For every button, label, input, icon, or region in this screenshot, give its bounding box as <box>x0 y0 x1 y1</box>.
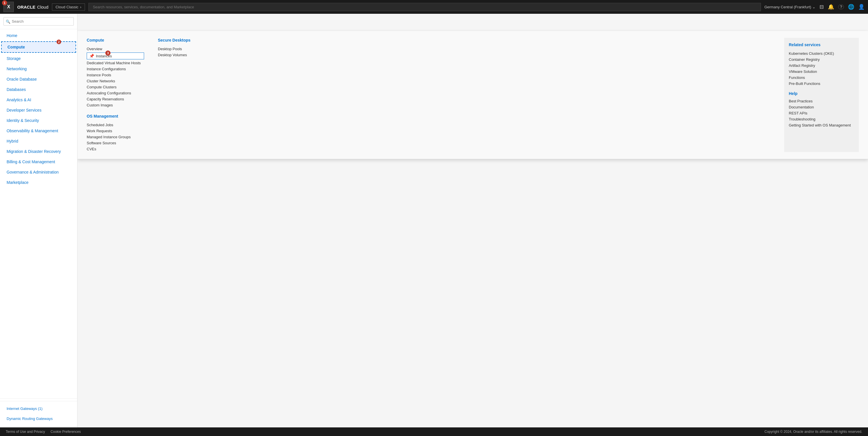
sidebar-item-migration[interactable]: Migration & Disaster Recovery <box>0 146 77 157</box>
dropdown-link-instance-configs[interactable]: Instance Configurations <box>87 66 144 72</box>
sidebar-item-networking[interactable]: Networking <box>0 64 77 74</box>
sidebar-item-databases[interactable]: Databases <box>0 84 77 95</box>
instances-badge: 3 <box>105 51 111 56</box>
copyright-text: Copyright © 2024, Oracle and/or its affi… <box>764 430 862 434</box>
sidebar-item-oracle-database[interactable]: Oracle Database <box>0 74 77 84</box>
monitor-icon[interactable]: ⊟ <box>819 4 824 10</box>
top-navigation: X 1 ORACLE Cloud Cloud Classic › Germany… <box>0 0 868 14</box>
topnav-right: Germany Central (Frankfurt) ⌄ ⊟ 🔔 ? 🌐 👤 <box>764 4 865 10</box>
sidebar-item-dynamic-routing[interactable]: Dynamic Routing Gateways <box>0 414 77 424</box>
related-link-oke[interactable]: Kubernetes Clusters (OKE) <box>789 51 854 57</box>
sidebar-search-container: 🔍 <box>0 14 77 29</box>
help-link-best-practices[interactable]: Best Practices <box>789 98 854 104</box>
dropdown-link-autoscaling[interactable]: Autoscaling Configurations <box>87 90 144 96</box>
sidebar-item-marketplace[interactable]: Marketplace <box>0 177 77 188</box>
compute-badge-2: 2 <box>57 40 61 44</box>
sidebar-item-identity-security[interactable]: Identity & Security <box>0 115 77 126</box>
pin-icon: 📌 <box>89 54 94 58</box>
sidebar-item-storage[interactable]: Storage <box>0 53 77 64</box>
sidebar-item-compute[interactable]: Compute 2 <box>1 41 76 53</box>
content-area: ⚙ Compute Default Route Table for HUB-VC… <box>78 14 868 436</box>
dropdown-link-overview[interactable]: Overview <box>87 46 144 52</box>
related-link-vmware[interactable]: VMware Solution <box>789 69 854 75</box>
global-search-input[interactable] <box>88 3 761 11</box>
compute-section-title: Compute <box>87 38 144 42</box>
dropdown-link-compute-clusters[interactable]: Compute Clusters <box>87 84 144 90</box>
related-link-functions[interactable]: Functions <box>789 75 854 80</box>
bell-icon[interactable]: 🔔 <box>828 4 834 10</box>
close-icon: X <box>7 4 10 9</box>
compute-dropdown-col: Compute Overview 📌 Instances 3 Dedicated… <box>87 38 144 152</box>
globe-icon[interactable]: 🌐 <box>848 4 854 10</box>
dropdown-link-desktop-pools[interactable]: Desktop Pools <box>158 46 215 52</box>
dropdown-link-instances[interactable]: 📌 Instances 3 <box>87 53 144 59</box>
cloud-classic-button[interactable]: Cloud Classic › <box>52 3 85 11</box>
help-section-title: Help <box>789 91 854 96</box>
dropdown-link-cluster-networks[interactable]: Cluster Networks <box>87 78 144 84</box>
sidebar-item-observability[interactable]: Observability & Management <box>0 126 77 136</box>
secure-desktops-dropdown-col: Secure Desktops Desktop Pools Desktop Vo… <box>158 38 215 152</box>
related-services-col: Related services Kubernetes Clusters (OK… <box>784 38 859 152</box>
dropdown-link-desktop-volumes[interactable]: Desktop Volumes <box>158 52 215 58</box>
sidebar: 🔍 Home Compute 2 Storage Networking Orac… <box>0 14 78 436</box>
help-icon[interactable]: ? <box>838 4 844 9</box>
dropdown-link-dedicated-vm[interactable]: Dedicated Virtual Machine Hosts <box>87 60 144 66</box>
sidebar-item-developer-services[interactable]: Developer Services <box>0 105 77 115</box>
compute-dropdown-panel: Compute Overview 📌 Instances 3 Dedicated… <box>78 31 868 159</box>
dropdown-link-managed-instance-groups[interactable]: Managed Instance Groups <box>87 134 144 140</box>
dropdown-link-instance-pools[interactable]: Instance Pools <box>87 72 144 78</box>
close-nav-button[interactable]: X 1 <box>3 2 14 12</box>
sidebar-search-input[interactable] <box>3 17 74 26</box>
sidebar-item-internet-gateways[interactable]: Internet Gateways (1) <box>0 404 77 414</box>
cloud-text: Cloud <box>37 5 48 9</box>
sidebar-item-analytics-ai[interactable]: Analytics & AI <box>0 95 77 105</box>
sidebar-item-billing[interactable]: Billing & Cost Management <box>0 157 77 167</box>
help-link-getting-started-os[interactable]: Getting Started with OS Management <box>789 122 854 128</box>
sidebar-item-governance[interactable]: Governance & Administration <box>0 167 77 177</box>
related-link-prebuilt-functions[interactable]: Pre-Built Functions <box>789 80 854 87</box>
oracle-logo: ORACLE Cloud <box>17 5 49 9</box>
dropdown-link-custom-images[interactable]: Custom Images <box>87 102 144 108</box>
footer: Terms of Use and Privacy Cookie Preferen… <box>0 427 868 436</box>
related-services-title: Related services <box>789 42 854 47</box>
dropdown-link-work-requests[interactable]: Work Requests <box>87 128 144 134</box>
nav-badge-1: 1 <box>2 0 7 5</box>
dropdown-link-capacity-reservations[interactable]: Capacity Reservations <box>87 96 144 102</box>
help-link-troubleshooting[interactable]: Troubleshooting <box>789 116 854 122</box>
main-layout: 🔍 Home Compute 2 Storage Networking Orac… <box>0 14 868 436</box>
help-link-rest-apis[interactable]: REST APIs <box>789 110 854 116</box>
cookie-link[interactable]: Cookie Preferences <box>51 430 81 434</box>
related-link-container-registry[interactable]: Container Registry <box>789 57 854 63</box>
terms-link[interactable]: Terms of Use and Privacy <box>6 430 45 434</box>
related-link-artifact-registry[interactable]: Artifact Registry <box>789 63 854 69</box>
dropdown-link-cves[interactable]: CVEs <box>87 146 144 152</box>
oracle-text: ORACLE <box>17 5 35 9</box>
help-link-documentation[interactable]: Documentation <box>789 104 854 110</box>
sidebar-item-hybrid[interactable]: Hybrid <box>0 136 77 146</box>
sidebar-search-icon: 🔍 <box>6 19 10 24</box>
user-avatar[interactable]: 👤 <box>858 4 865 10</box>
sidebar-nav: Home Compute 2 Storage Networking Oracle… <box>0 29 77 396</box>
dropdown-link-scheduled-jobs[interactable]: Scheduled Jobs <box>87 122 144 128</box>
secure-desktops-title: Secure Desktops <box>158 38 215 42</box>
os-mgmt-section-title: OS Management <box>87 114 144 119</box>
sidebar-item-home[interactable]: Home <box>0 30 77 41</box>
region-selector[interactable]: Germany Central (Frankfurt) ⌄ <box>764 5 815 9</box>
dropdown-link-software-sources[interactable]: Software Sources <box>87 140 144 146</box>
